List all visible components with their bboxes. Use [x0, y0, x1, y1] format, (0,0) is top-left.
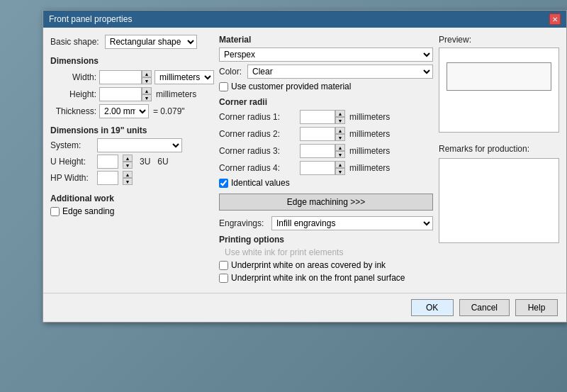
- height-input[interactable]: 76.00: [99, 87, 142, 101]
- engravings-select[interactable]: Infill engravings: [271, 216, 433, 230]
- customer-material-label: Use customer provided material: [231, 82, 351, 91]
- radius1-spin: ▲ ▼: [335, 110, 345, 124]
- radius1-row: Corner radius 1: 0.00 ▲ ▼ millimeters: [219, 110, 433, 124]
- width-unit-select[interactable]: millimeters: [155, 70, 214, 84]
- width-row: Width: 248.00 ▲ ▼ millimeters: [50, 70, 213, 84]
- additional-work-label: Additional work: [50, 194, 213, 203]
- height-spin-buttons: ▲ ▼: [142, 87, 152, 101]
- radius1-down-btn[interactable]: ▼: [335, 117, 345, 124]
- radius3-down-btn[interactable]: ▼: [335, 151, 345, 158]
- radius3-spin: ▲ ▼: [335, 144, 345, 158]
- height-down-btn[interactable]: ▼: [142, 94, 152, 101]
- preview-label: Preview:: [439, 35, 559, 45]
- color-label: Color:: [219, 67, 245, 77]
- radius3-input[interactable]: 0.00: [300, 144, 335, 158]
- basic-shape-row: Basic shape: Rectangular shape: [50, 35, 213, 49]
- white-ink-disabled-text: Use white ink for print elements: [225, 247, 343, 257]
- help-button[interactable]: Help: [515, 299, 558, 316]
- hp-width-row: HP Width: 0 ▲ ▼: [50, 171, 213, 185]
- remarks-label: Remarks for production:: [439, 144, 559, 154]
- dialog-title: Front panel properties: [49, 14, 132, 24]
- radius1-up-btn[interactable]: ▲: [335, 110, 345, 117]
- additional-work-section: Additional work Edge sanding: [50, 194, 213, 216]
- hp-width-input[interactable]: 0: [97, 171, 118, 185]
- corner-radii-label: Corner radii: [219, 97, 433, 107]
- identical-values-row: Identical values: [219, 178, 433, 188]
- height-spinbox: 76.00 ▲ ▼: [99, 87, 152, 101]
- radius4-row: Corner radius 4: 0.00 ▲ ▼ millimeters: [219, 161, 433, 175]
- radius1-input[interactable]: 0.00: [300, 110, 335, 124]
- radius4-input[interactable]: 0.00: [300, 161, 335, 175]
- printing-options-section: Printing options Use white ink for print…: [219, 235, 433, 283]
- cancel-button[interactable]: Cancel: [459, 299, 510, 316]
- height-label: Height:: [50, 89, 96, 99]
- nineteen-label: Dimensions in 19" units: [50, 125, 213, 135]
- width-down-btn[interactable]: ▼: [142, 77, 152, 84]
- close-button[interactable]: ✕: [549, 13, 561, 25]
- height-up-btn[interactable]: ▲: [142, 87, 152, 94]
- color-select[interactable]: Clear: [247, 65, 433, 79]
- radius3-up-btn[interactable]: ▲: [335, 144, 345, 151]
- system-select[interactable]: [97, 138, 182, 152]
- remarks-textarea[interactable]: [439, 158, 559, 243]
- system-row: System:: [50, 138, 213, 152]
- width-spinbox: 248.00 ▲ ▼: [99, 70, 152, 84]
- dimensions-group: Dimensions Width: 248.00 ▲ ▼ millimeters: [50, 56, 213, 118]
- u-height-row: U Height: 0 ▲ ▼ 3U 6U: [50, 155, 213, 169]
- color-row: Color: Clear: [219, 65, 433, 79]
- preview-box: [439, 47, 559, 133]
- middle-column: Material Perspex Color: Clear Use custom…: [219, 35, 433, 286]
- height-unit-label: millimeters: [156, 89, 196, 99]
- underprint-covered-checkbox[interactable]: [219, 261, 228, 270]
- underprint-covered-label: Underprint white on areas covered by ink: [231, 260, 386, 270]
- width-up-btn[interactable]: ▲: [142, 70, 152, 77]
- material-section: Material Perspex Color: Clear Use custom…: [219, 35, 433, 91]
- identical-values-checkbox[interactable]: [219, 179, 228, 188]
- radius1-label: Corner radius 1:: [219, 112, 297, 122]
- edge-sanding-checkbox[interactable]: [50, 207, 60, 216]
- radius2-spin: ▲ ▼: [335, 127, 345, 141]
- u-height-down-btn[interactable]: ▼: [123, 162, 133, 169]
- u-height-label: U Height:: [50, 157, 93, 167]
- engravings-row: Engravings: Infill engravings: [219, 216, 433, 230]
- nineteen-section: Dimensions in 19" units System: U Height…: [50, 125, 213, 185]
- radius4-spinbox: 0.00 ▲ ▼: [300, 161, 345, 175]
- hp-width-spin: ▲ ▼: [123, 171, 133, 185]
- radius4-up-btn[interactable]: ▲: [335, 161, 345, 168]
- remarks-section: Remarks for production:: [439, 144, 559, 245]
- width-input[interactable]: 248.00: [99, 70, 142, 84]
- right-column: Preview: Remarks for production:: [439, 35, 559, 286]
- underprint-surface-checkbox[interactable]: [219, 274, 228, 283]
- material-select[interactable]: Perspex: [219, 47, 433, 62]
- thickness-equal: = 0.079": [153, 106, 185, 116]
- height-row: Height: 76.00 ▲ ▼ millimeters: [50, 87, 213, 101]
- ok-button[interactable]: OK: [411, 299, 454, 316]
- radius3-label: Corner radius 3:: [219, 146, 297, 156]
- radius4-down-btn[interactable]: ▼: [335, 168, 345, 175]
- underprint-covered-row: Underprint white on areas covered by ink: [219, 260, 433, 270]
- system-label: System:: [50, 140, 93, 150]
- dialog-titlebar: Front panel properties ✕: [43, 11, 566, 28]
- hp-width-up-btn[interactable]: ▲: [123, 171, 133, 178]
- radius2-up-btn[interactable]: ▲: [335, 127, 345, 134]
- customer-material-row: Use customer provided material: [219, 82, 433, 91]
- radius4-spin: ▲ ▼: [335, 161, 345, 175]
- radius2-input[interactable]: 0.00: [300, 127, 335, 141]
- edge-machining-button[interactable]: Edge machining >>>: [219, 194, 433, 211]
- thickness-select[interactable]: 2.00 mm: [99, 104, 149, 118]
- hp-width-down-btn[interactable]: ▼: [123, 178, 133, 185]
- printing-options-label: Printing options: [219, 235, 433, 245]
- u-height-up-btn[interactable]: ▲: [123, 155, 133, 162]
- radius2-down-btn[interactable]: ▼: [335, 134, 345, 141]
- u-suffix1: 3U: [140, 157, 150, 167]
- basic-shape-select[interactable]: Rectangular shape: [105, 35, 197, 49]
- customer-material-checkbox[interactable]: [219, 82, 228, 91]
- edge-sanding-label: Edge sanding: [62, 206, 114, 216]
- radius2-unit: millimeters: [349, 129, 390, 139]
- underprint-surface-row: Underprint white ink on the front panel …: [219, 273, 433, 283]
- u-height-input[interactable]: 0: [97, 155, 118, 169]
- corner-radii-section: Corner radii Corner radius 1: 0.00 ▲ ▼ m…: [219, 97, 433, 188]
- radius2-row: Corner radius 2: 0.00 ▲ ▼ millimeters: [219, 127, 433, 141]
- radius2-spinbox: 0.00 ▲ ▼: [300, 127, 345, 141]
- dialog-body: Basic shape: Rectangular shape Dimension…: [43, 28, 566, 293]
